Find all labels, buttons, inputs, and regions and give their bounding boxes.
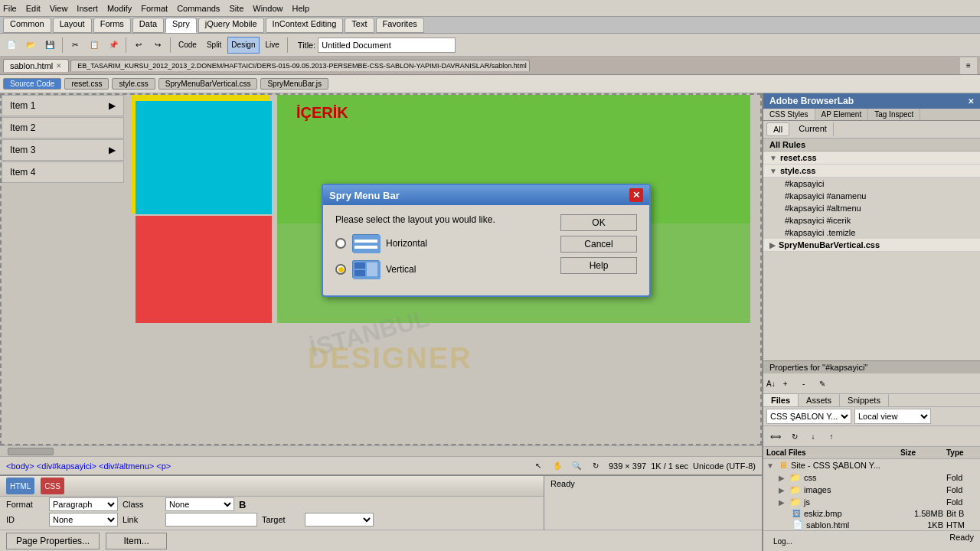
menu-file[interactable]: File xyxy=(3,4,17,13)
view-code[interactable]: Code xyxy=(175,37,201,54)
nav-item-4[interactable]: Item 4 xyxy=(2,161,124,183)
link-input[interactable] xyxy=(165,513,257,527)
toolbar-open[interactable]: 📂 xyxy=(22,37,39,54)
item-btn[interactable]: Item... xyxy=(106,533,167,549)
radio-vertical-btn[interactable] xyxy=(335,264,346,275)
menu-modify[interactable]: Modify xyxy=(107,4,132,13)
toolbar-paste[interactable]: 📌 xyxy=(105,37,122,54)
id-select[interactable]: None xyxy=(49,513,118,527)
log-btn[interactable]: Log... xyxy=(769,533,796,549)
eskiz-file-row[interactable]: 🖼 eskiz.bmp 1.58MB Bit B xyxy=(763,508,980,519)
cancel-btn[interactable]: Cancel xyxy=(560,236,637,253)
files-tab[interactable]: Files xyxy=(763,394,799,406)
toolbar-cut[interactable]: ✂ xyxy=(67,37,83,54)
source-tab-code[interactable]: Source Code xyxy=(3,78,61,90)
site-select[interactable]: CSS ŞABLON Y... xyxy=(766,409,851,424)
title-input[interactable] xyxy=(318,37,456,53)
refresh-files-btn[interactable]: ↻ xyxy=(786,428,803,445)
toolbar-redo[interactable]: ↪ xyxy=(149,37,166,54)
js-folder-row[interactable]: ▶ 📁 js Fold xyxy=(763,496,980,508)
css-expand[interactable]: ▶ xyxy=(779,474,785,482)
tab-jquery[interactable]: jQuery Mobile xyxy=(198,18,264,33)
all-tab[interactable]: All xyxy=(766,122,789,136)
source-tab-reset[interactable]: reset.css xyxy=(64,78,109,90)
add-rule-btn[interactable]: + xyxy=(777,375,794,392)
h-scrollbar[interactable] xyxy=(0,445,762,456)
nav-item-3[interactable]: Item 3 ▶ xyxy=(2,139,124,161)
menu-help[interactable]: Help xyxy=(292,4,309,13)
radio-horizontal-btn[interactable] xyxy=(335,238,346,249)
class-select[interactable]: None xyxy=(165,497,234,511)
help-btn[interactable]: Help xyxy=(560,257,637,274)
style-css-header[interactable]: ▼ style.css xyxy=(763,165,980,178)
tab-incontext[interactable]: InContext Editing xyxy=(266,18,344,33)
assets-tab[interactable]: Assets xyxy=(799,394,840,406)
css-folder-row[interactable]: ▶ 📁 css Fold xyxy=(763,471,980,484)
css-rule-icerik[interactable]: #kapsayici #icerik xyxy=(763,214,980,227)
ap-element-tab[interactable]: AP Element xyxy=(815,109,869,120)
nav-item-2[interactable]: Item 2 xyxy=(2,117,124,139)
menu-format[interactable]: Format xyxy=(141,4,168,13)
view-live[interactable]: Live xyxy=(262,37,283,54)
menu-window[interactable]: Window xyxy=(253,4,283,13)
source-tab-sprycss[interactable]: SpryMenuBarVertical.css xyxy=(158,78,258,90)
refresh-btn[interactable]: ↻ xyxy=(587,458,604,474)
snippets-tab[interactable]: Snippets xyxy=(840,394,889,406)
menu-insert[interactable]: Insert xyxy=(77,4,98,13)
js-expand[interactable]: ▶ xyxy=(779,498,785,507)
css-rule-kapsayici[interactable]: #kapsayici xyxy=(763,178,980,190)
get-btn[interactable]: ↓ xyxy=(805,428,822,445)
ok-btn[interactable]: OK xyxy=(560,214,637,231)
remove-rule-btn[interactable]: - xyxy=(795,375,812,392)
toolbar-save[interactable]: 💾 xyxy=(41,37,58,54)
menu-site[interactable]: Site xyxy=(229,4,243,13)
site-root-row[interactable]: ▼ 🖥 Site - CSS ŞABLON Y... xyxy=(763,459,980,471)
css-btn[interactable]: CSS xyxy=(41,478,64,494)
css-rule-temizle[interactable]: #kapsayici .temizle xyxy=(763,227,980,239)
reset-css-header[interactable]: ▼ reset.css xyxy=(763,152,980,165)
zoom-tool[interactable]: 🔍 xyxy=(568,458,585,474)
menu-commands[interactable]: Commands xyxy=(177,4,220,13)
site-expand[interactable]: ▼ xyxy=(766,461,774,470)
html-btn[interactable]: HTML xyxy=(6,478,34,494)
menu-view[interactable]: View xyxy=(50,4,68,13)
radio-vertical[interactable]: Vertical xyxy=(335,260,551,279)
scroll-thumb[interactable] xyxy=(8,448,54,455)
file-tab-sablon[interactable]: sablon.html ✕ xyxy=(3,59,69,72)
radio-horizontal[interactable]: Horizontal xyxy=(335,234,551,253)
file-tab-long[interactable]: EB_TASARIM_KURSU_2012_2013_2.DONEM/HAFTA… xyxy=(70,60,530,71)
tab-forms[interactable]: Forms xyxy=(93,18,131,33)
tab-text[interactable]: Text xyxy=(345,18,374,33)
sablon-file-row[interactable]: 📄 sablon.html 1KB HTM xyxy=(763,519,980,530)
browserlab-close[interactable]: ✕ xyxy=(968,97,974,106)
images-expand[interactable]: ▶ xyxy=(779,486,785,494)
current-tab[interactable]: Current xyxy=(792,122,834,136)
css-rule-anamenu[interactable]: #kapsayici #anamenu xyxy=(763,190,980,202)
view-design[interactable]: Design xyxy=(227,37,259,54)
files-menu-btn[interactable]: ≡ xyxy=(960,57,977,74)
tab-data[interactable]: Data xyxy=(132,18,164,33)
breadcrumb[interactable]: <body> <div#kapsayici> <div#altmenu> <p> xyxy=(6,461,171,471)
nav-item-1[interactable]: Item 1 ▶ xyxy=(2,95,124,116)
menu-edit[interactable]: Edit xyxy=(26,4,41,13)
page-properties-btn[interactable]: Page Properties... xyxy=(6,533,100,549)
edit-rule-btn[interactable]: ✎ xyxy=(814,375,831,392)
css-styles-tab[interactable]: CSS Styles xyxy=(763,109,815,120)
bold-btn[interactable]: B xyxy=(239,499,246,510)
tag-inspect-tab[interactable]: Tag Inspect xyxy=(868,109,920,120)
images-folder-row[interactable]: ▶ 📁 images Fold xyxy=(763,484,980,496)
source-tab-spryjs[interactable]: SpryMenuBar.js xyxy=(260,78,328,90)
tab-spry[interactable]: Spry xyxy=(165,18,197,33)
put-btn[interactable]: ↑ xyxy=(823,428,840,445)
hand-tool[interactable]: ✋ xyxy=(549,458,566,474)
toolbar-new[interactable]: 📄 xyxy=(3,37,20,54)
connect-btn[interactable]: ⟺ xyxy=(766,428,785,445)
sprycss-header[interactable]: ▶ SpryMenuBarVertical.css xyxy=(763,239,980,252)
file-tab-close[interactable]: ✕ xyxy=(56,62,62,70)
tab-layout[interactable]: Layout xyxy=(53,18,92,33)
source-tab-style[interactable]: style.css xyxy=(112,78,155,90)
css-rule-altmenu[interactable]: #kapsayici #altmenu xyxy=(763,202,980,214)
format-select[interactable]: Paragraph xyxy=(49,497,118,511)
view-select[interactable]: Local view xyxy=(854,409,931,424)
target-select[interactable] xyxy=(305,513,374,527)
